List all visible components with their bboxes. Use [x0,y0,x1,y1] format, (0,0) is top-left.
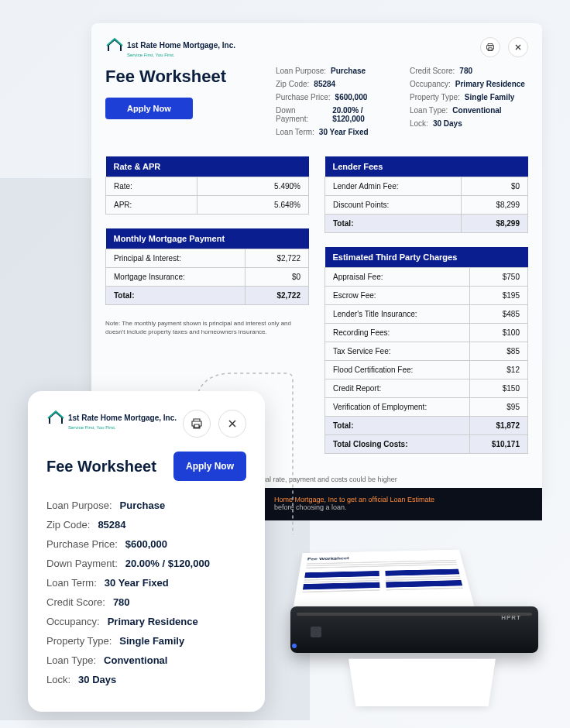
detail-value: Primary Residence [108,616,198,627]
detail-value: Purchase [331,67,366,75]
detail-label: Down Payment: [276,106,328,123]
table-header: Estimated Third Party Charges [325,247,528,268]
detail-label: Lock: [410,119,428,128]
detail-value: 780 [459,67,472,75]
detail-label: Occupancy: [410,80,451,88]
detail-value: 30 Days [433,119,462,128]
house-icon [105,37,124,53]
detail-label: Credit Score: [410,67,455,75]
banner-line-1: Home Mortgage, Inc to get an official Lo… [274,496,434,503]
detail-label: Loan Type: [46,654,96,666]
svg-rect-1 [15,209,46,271]
table-row: Discount Points:$8,299 [325,196,528,215]
detail-value: Primary Residence [455,80,525,88]
table-header: Rate & APR [106,156,309,177]
svg-rect-2 [62,209,93,271]
company-logo-mobile: 1st Rate Home Mortgage, Inc. Service Fir… [46,410,177,430]
detail-label: Zip Code: [46,519,90,531]
table-row: Tax Service Fee:$85 [325,342,528,361]
svg-rect-4 [62,302,93,364]
table-header: Monthly Mortgage Payment [106,228,309,249]
detail-value: Conventional [104,654,167,666]
close-button[interactable] [508,37,528,57]
print-button[interactable] [480,37,500,57]
loan-details-col-1: Loan Purpose:Purchase Zip Code:85284 Pur… [276,67,394,141]
detail-value: 780 [113,596,130,608]
table-total-row: Total:$1,872 [325,417,528,435]
apply-button[interactable]: Apply Now [105,98,193,119]
table-row: Rate:5.490% [106,177,309,196]
table-row: APR:5.648% [106,196,309,215]
page-title-mobile: Fee Worksheet [46,458,156,476]
detail-value: 30 Year Fixed [319,128,369,136]
printer-brand: HPRT [501,614,521,621]
table-total-row: Total:$2,722 [106,287,309,305]
loan-details-col-2: Credit Score:780 Occupancy:Primary Resid… [410,67,528,141]
page-title: Fee Worksheet [105,67,260,87]
table-row: Mortgage Insurance:$0 [106,268,309,287]
detail-value: 85284 [314,80,335,88]
detail-value: $600,000 [125,538,167,550]
detail-label: Property Type: [46,635,112,647]
table-header: Lender Fees [325,156,528,177]
monthly-payment-table: Monthly Mortgage Payment Principal & Int… [105,228,309,305]
table-row: Flood Certification Fee:$12 [325,361,528,379]
detail-label: Zip Code: [276,80,309,88]
detail-value: Conventional [452,106,501,115]
detail-value: $600,000 [335,93,368,101]
company-tagline: Service First, You First. [68,425,177,430]
detail-label: Property Type: [410,93,460,101]
loan-estimate-banner: Home Mortgage, Inc to get an official Lo… [263,488,542,520]
table-closing-row: Total Closing Costs:$10,171 [325,435,528,454]
detail-value: 20.00% / $120,000 [332,106,394,123]
detail-value: Single Family [465,93,514,101]
detail-label: Loan Term: [46,577,97,589]
detail-value: 30 Days [78,674,116,685]
print-icon [486,43,495,52]
printer-body [290,606,538,653]
detail-label: Down Payment: [46,558,118,569]
table-row: Credit Report:$150 [325,379,528,398]
detail-label: Loan Type: [410,106,448,115]
printed-document: Fee Worksheet [292,550,475,615]
detail-label: Occupancy: [46,616,100,627]
print-button-mobile[interactable] [183,410,211,438]
detail-label: Loan Term: [276,128,314,136]
company-name: 1st Rate Home Mortgage, Inc. [127,41,235,50]
table-row: Principal & Interest:$2,722 [106,249,309,268]
banner-line-2: before choosing a loan. [274,503,347,511]
close-icon [513,43,523,52]
table-row: Verification of Employment:$95 [325,398,528,417]
detail-label: Purchase Price: [46,538,118,550]
house-icon [46,410,65,425]
detail-value: Purchase [120,500,166,511]
detail-value: 30 Year Fixed [105,577,169,589]
print-icon [191,417,203,430]
detail-value: Single Family [119,635,184,647]
detail-label: Credit Score: [46,596,105,608]
detail-label: Purchase Price: [276,93,331,101]
detail-label: Loan Purpose: [46,500,112,511]
fee-worksheet-mobile-card: 1st Rate Home Mortgage, Inc. Service Fir… [28,391,265,712]
detail-value: 85284 [98,519,125,531]
close-button-mobile[interactable] [218,410,246,438]
table-row: Lender Admin Fee:$0 [325,177,528,196]
detail-label: Loan Purpose: [276,67,326,75]
rate-apr-table: Rate & APR Rate:5.490% APR:5.648% [105,156,309,215]
printer-button [311,627,321,637]
table-row: Recording Fees:$100 [325,324,528,342]
company-tagline: Service First, You First. [127,53,235,57]
table-row: Appraisal Fee:$750 [325,268,528,287]
table-row: Lender's Title Insurance:$485 [325,305,528,324]
lender-fees-table: Lender Fees Lender Admin Fee:$0 Discount… [324,156,528,233]
company-name: 1st Rate Home Mortgage, Inc. [68,414,177,422]
svg-rect-3 [15,302,46,364]
third-party-table: Estimated Third Party Charges Appraisal … [324,247,528,454]
close-icon [226,417,239,430]
printer-output-paper [349,659,496,706]
company-logo: 1st Rate Home Mortgage, Inc. Service Fir… [105,37,235,57]
payment-note: Note: The monthly payment shown is princ… [105,319,309,336]
table-total-row: Total:$8,299 [325,215,528,233]
printer-led [292,644,297,648]
apply-button-mobile[interactable]: Apply Now [173,452,246,481]
